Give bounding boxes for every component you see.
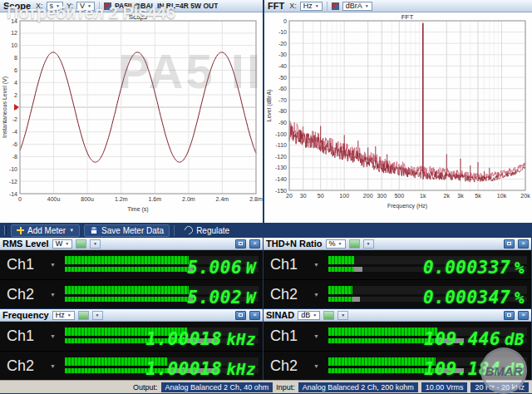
meter-style-icon[interactable] <box>78 311 89 320</box>
divider <box>327 2 328 11</box>
channel-dropdown-icon[interactable]: ▼ <box>50 333 56 339</box>
svg-text:-14: -14 <box>9 191 17 197</box>
meter-options-icon[interactable]: ▼ <box>337 311 348 320</box>
regulate-button[interactable]: Regulate <box>179 224 235 237</box>
channel-dropdown-icon[interactable]: ▼ <box>50 363 56 369</box>
scope-x-unit-dropdown[interactable]: s ▼ <box>47 2 63 11</box>
fft-y-unit-dropdown[interactable]: dBrA ▼ <box>342 2 372 11</box>
meter-value: 5.006W <box>187 258 256 278</box>
spectrum-mode-icon[interactable] <box>332 2 339 10</box>
svg-text:Instantaneous Level (V): Instantaneous Level (V) <box>2 76 8 138</box>
svg-text:2.4m: 2.4m <box>216 196 229 202</box>
meter-style-icon[interactable] <box>349 239 360 249</box>
input-config: Analog Balanced 2 Ch, 200 kohm <box>298 382 418 392</box>
svg-text:1.6m: 1.6m <box>149 196 162 202</box>
chevron-down-icon: ▼ <box>65 241 69 246</box>
svg-text:0: 0 <box>18 196 22 202</box>
svg-text:200: 200 <box>363 193 373 199</box>
svg-text:-100: -100 <box>275 131 287 137</box>
chevron-down-icon: ▼ <box>315 3 319 8</box>
scope-x-label: X: <box>36 2 43 10</box>
restore-button[interactable] <box>504 239 515 249</box>
svg-text:2.8m: 2.8m <box>249 196 263 202</box>
chevron-down-icon: ▼ <box>313 313 317 318</box>
scope-y-unit-dropdown[interactable]: V ▼ <box>76 2 95 11</box>
meter-style-icon[interactable] <box>76 239 86 249</box>
level-bars: 5.002W <box>65 284 259 304</box>
meter-unit-dropdown[interactable]: % ▼ <box>326 239 346 249</box>
channel-dropdown-icon[interactable]: ▼ <box>50 262 56 268</box>
svg-text:-150: -150 <box>275 188 287 194</box>
toolbar-grip[interactable] <box>4 225 7 235</box>
svg-text:400u: 400u <box>47 196 61 202</box>
close-button[interactable]: × <box>518 311 529 320</box>
scope-title: Scope <box>3 1 31 11</box>
chevron-down-icon: ▼ <box>87 3 91 8</box>
svg-text:-70: -70 <box>278 97 287 103</box>
scope-panel: Scope X: s ▼ Y: V ▼ PA5II @BAL IN RL=4R … <box>0 0 263 223</box>
annotation-icon <box>104 2 111 10</box>
meter-options-icon[interactable]: ▼ <box>363 239 374 249</box>
meter-options-icon[interactable]: ▼ <box>92 311 103 320</box>
fft-y-unit: dBrA <box>346 2 362 10</box>
chevron-down-icon: ▼ <box>365 3 369 8</box>
channel-label: Ch2 <box>7 286 34 303</box>
level-bars: 0.000337% <box>328 254 527 274</box>
chevron-down-icon: ▼ <box>338 241 342 246</box>
fft-x-label: X: <box>289 2 297 10</box>
restore-icon <box>239 313 243 317</box>
svg-text:300: 300 <box>377 193 387 199</box>
channel-dropdown-icon[interactable]: ▼ <box>313 292 319 298</box>
chevron-down-icon: ▼ <box>69 228 74 233</box>
regulate-label: Regulate <box>196 226 229 235</box>
regulate-icon <box>183 224 195 236</box>
close-button[interactable]: × <box>518 239 529 249</box>
svg-text:0: 0 <box>283 18 287 24</box>
meter-titlebar: THD+N Ratio % ▼ ▼ × <box>264 238 531 250</box>
svg-text:-12: -12 <box>9 179 17 185</box>
channel-dropdown-icon[interactable]: ▼ <box>313 363 319 369</box>
svg-text:-2: -2 <box>12 116 17 122</box>
meter-unit-dropdown[interactable]: W ▼ <box>52 239 72 249</box>
channel-dropdown-icon[interactable]: ▼ <box>50 292 56 298</box>
scope-x-unit: s <box>50 2 54 10</box>
svg-text:FFT: FFT <box>401 13 414 21</box>
level-bars: 5.006W <box>65 254 259 274</box>
meter-row: Ch2 ▼ 109.184dB <box>264 351 531 380</box>
meter-panel-rms-level: RMS Level W ▼ ▼ × Ch1 ▼ 5.0 <box>0 238 263 308</box>
save-meter-data-label: Save Meter Data <box>101 226 164 235</box>
save-meter-data-button[interactable]: Save Meter Data <box>84 224 170 237</box>
meter-row: Ch1 ▼ 0.000337% <box>264 250 531 279</box>
close-button[interactable]: × <box>249 311 260 320</box>
channel-dropdown-icon[interactable]: ▼ <box>313 262 319 268</box>
restore-button[interactable] <box>504 311 515 320</box>
restore-icon <box>239 242 243 245</box>
divider <box>99 2 100 11</box>
close-button[interactable]: × <box>249 239 260 249</box>
meter-unit-dropdown[interactable]: dB ▼ <box>298 311 320 320</box>
meter-style-icon[interactable] <box>323 311 334 320</box>
meter-body: Ch1 ▼ 0.000337% Ch2 ▼ 0.000347% <box>264 250 531 308</box>
restore-button[interactable] <box>235 311 246 320</box>
fft-panel: FFT X: Hz ▼ dBrA ▼ 0-10-20-30-40-50-60-7… <box>264 0 532 223</box>
save-icon <box>90 226 98 234</box>
level-bars: 109.184dB <box>328 356 527 376</box>
svg-text:-60: -60 <box>278 86 287 91</box>
channel-label: Ch1 <box>270 256 298 273</box>
fft-titlebar: FFT X: Hz ▼ dBrA ▼ <box>264 0 532 12</box>
add-meter-button[interactable]: Add Meter ▼ <box>11 224 80 237</box>
meter-value: 109.446dB <box>424 329 525 349</box>
meter-panel-sinad: SINAD dB ▼ ▼ × Ch1 ▼ 109.44 <box>264 309 531 380</box>
fft-x-unit-dropdown[interactable]: Hz ▼ <box>300 2 323 11</box>
meter-row: Ch1 ▼ 109.446dB <box>264 322 531 351</box>
meter-value: 1.00018kHz <box>145 329 256 349</box>
svg-text:-140: -140 <box>275 176 287 182</box>
restore-button[interactable] <box>235 239 246 249</box>
svg-text:10k: 10k <box>497 193 507 199</box>
meter-unit-dropdown[interactable]: Hz ▼ <box>52 311 75 320</box>
meter-options-icon[interactable]: ▼ <box>90 239 101 249</box>
svg-text:20k: 20k <box>520 193 530 199</box>
channel-label: Ch2 <box>7 357 34 375</box>
level-bars: 1.00018kHz <box>65 356 259 376</box>
channel-dropdown-icon[interactable]: ▼ <box>313 333 319 339</box>
